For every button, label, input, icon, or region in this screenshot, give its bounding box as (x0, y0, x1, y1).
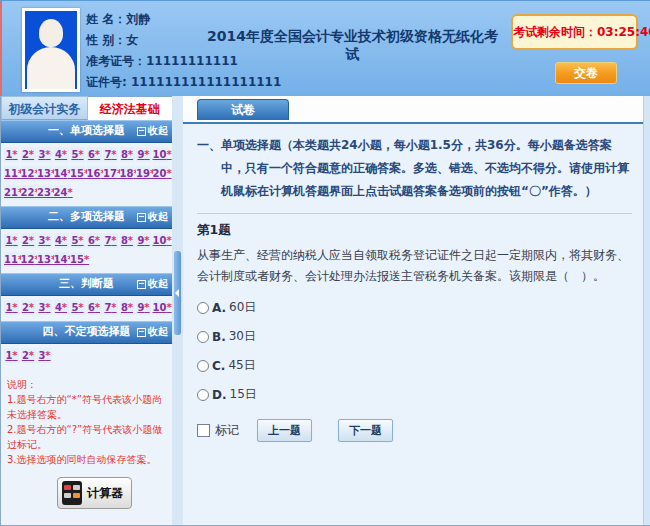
question-number-link[interactable]: 6* (87, 233, 102, 248)
question-number-link[interactable]: 3* (37, 233, 52, 248)
question-number-link[interactable]: 23* (37, 185, 52, 200)
question-number-link[interactable]: 8* (120, 147, 135, 162)
legend-notes-title: 说明： (7, 377, 166, 392)
question-number-link[interactable]: 4* (54, 147, 69, 162)
question-number-link[interactable]: 9* (136, 300, 151, 315)
question-number-link[interactable]: 6* (87, 147, 102, 162)
option-text: 60日 (229, 299, 256, 316)
question-number-link[interactable]: 7* (103, 147, 118, 162)
question-number-link[interactable]: 15* (70, 166, 85, 181)
question-number-link[interactable]: 9* (136, 147, 151, 162)
question-number-link[interactable]: 12* (21, 166, 36, 181)
tab-economic-law-basics[interactable]: 经济法基础 (88, 96, 173, 120)
question-number-link[interactable]: 7* (103, 233, 118, 248)
calculator-icon (62, 481, 82, 505)
option-row[interactable]: D.15日 (197, 386, 632, 403)
unanswered-mark: * (45, 350, 50, 361)
question-number-link[interactable]: 3* (37, 147, 52, 162)
submit-paper-button[interactable]: 交卷 (555, 62, 617, 84)
exam-window: 姓 名：刘静 性 别：女 准考证号：11111111111 证件号: 11111… (0, 0, 650, 526)
option-row[interactable]: B.30日 (197, 328, 632, 345)
question-number-link[interactable]: 11* (4, 166, 19, 181)
question-number-value: 14 (54, 168, 68, 179)
tab-exam-paper[interactable]: 试卷 (197, 99, 289, 120)
option-text: 45日 (228, 357, 255, 374)
section-instructions: 一、单项选择题（本类题共24小题，每小题1.5分，共36分。每小题备选答案中，只… (197, 134, 632, 203)
question-number-link[interactable]: 5* (70, 233, 85, 248)
question-number-link[interactable]: 16* (87, 166, 102, 181)
question-number-link[interactable]: 8* (120, 300, 135, 315)
question-number-link[interactable]: 14* (54, 166, 69, 181)
option-letter: A. (212, 301, 226, 315)
option-radio[interactable] (197, 360, 209, 372)
section-header[interactable]: 一、单项选择题收起 (1, 120, 172, 143)
section-header[interactable]: 四、不定项选择题收起 (1, 321, 172, 344)
question-number-link[interactable]: 10* (153, 147, 168, 162)
question-number-link[interactable]: 2* (21, 147, 36, 162)
collapse-control[interactable]: 收起 (137, 322, 168, 342)
option-radio[interactable] (197, 389, 209, 401)
question-number-link[interactable]: 8* (120, 233, 135, 248)
question-number-link[interactable]: 17* (103, 166, 118, 181)
question-number-value: 16 (87, 168, 101, 179)
question-number-link[interactable]: 2* (21, 300, 36, 315)
exam-title: 2014年度全国会计专业技术初级资格无纸化考试 (205, 27, 500, 63)
unanswered-mark: * (67, 187, 72, 198)
next-question-button[interactable]: 下一题 (338, 419, 393, 442)
question-number-link[interactable]: 9* (136, 233, 151, 248)
question-number-link[interactable]: 6* (87, 300, 102, 315)
question-number-link[interactable]: 12* (21, 252, 36, 267)
question-number-link[interactable]: 21* (4, 185, 19, 200)
sidebar-collapse-handle[interactable] (174, 251, 181, 335)
question-number-link[interactable]: 1* (4, 300, 19, 315)
question-number-link[interactable]: 4* (54, 300, 69, 315)
collapse-minus-icon (137, 213, 146, 222)
question-number-link[interactable]: 1* (4, 233, 19, 248)
unanswered-mark: * (12, 350, 17, 361)
unanswered-mark: * (144, 149, 149, 160)
option-row[interactable]: A.60日 (197, 299, 632, 316)
option-row[interactable]: C.45日 (197, 357, 632, 374)
question-number-link[interactable]: 20* (153, 166, 168, 181)
question-number-link[interactable]: 2* (21, 233, 36, 248)
question-number-link[interactable]: 7* (103, 300, 118, 315)
question-number-link[interactable]: 3* (37, 348, 52, 363)
collapse-minus-icon (137, 280, 146, 289)
collapse-control[interactable]: 收起 (137, 207, 168, 227)
calculator-button[interactable]: 计算器 (57, 477, 132, 509)
mark-checkbox[interactable] (197, 424, 210, 437)
option-letter: D. (212, 388, 227, 402)
previous-question-button[interactable]: 上一题 (257, 419, 312, 442)
question-number-link[interactable]: 4* (54, 233, 69, 248)
question-number-link[interactable]: 11* (4, 252, 19, 267)
section-header[interactable]: 二、多项选择题收起 (1, 206, 172, 229)
question-number-link[interactable]: 3* (37, 300, 52, 315)
option-radio[interactable] (197, 302, 209, 314)
question-number-value: 4 (55, 235, 62, 246)
legend-note-line: 2.题号右方的“?”符号代表该小题做过标记。 (7, 422, 166, 452)
collapse-control[interactable]: 收起 (137, 274, 168, 294)
question-number-link[interactable]: 13* (37, 252, 52, 267)
question-number-link[interactable]: 2* (21, 348, 36, 363)
collapse-label: 收起 (148, 322, 168, 342)
question-number-link[interactable]: 24* (54, 185, 69, 200)
question-number-value: 15 (70, 254, 84, 265)
question-number-link[interactable]: 1* (4, 348, 19, 363)
option-radio[interactable] (197, 331, 209, 343)
question-number-link[interactable]: 5* (70, 300, 85, 315)
collapse-control[interactable]: 收起 (137, 121, 168, 141)
question-number-link[interactable]: 14* (54, 252, 69, 267)
question-number-link[interactable]: 10* (153, 300, 168, 315)
question-number-link[interactable]: 10* (153, 233, 168, 248)
question-number-link[interactable]: 18* (120, 166, 135, 181)
question-number-link[interactable]: 22* (21, 185, 36, 200)
question-number-link[interactable]: 19* (136, 166, 151, 181)
tab-junior-accounting-practice[interactable]: 初级会计实务 (1, 96, 88, 120)
question-number-link[interactable]: 1* (4, 147, 19, 162)
question-number-link[interactable]: 5* (70, 147, 85, 162)
question-number-value: 2 (22, 149, 29, 160)
section-header[interactable]: 三、判断题收起 (1, 273, 172, 296)
question-number-value: 17 (103, 168, 117, 179)
question-number-link[interactable]: 13* (37, 166, 52, 181)
question-number-link[interactable]: 15* (70, 252, 85, 267)
